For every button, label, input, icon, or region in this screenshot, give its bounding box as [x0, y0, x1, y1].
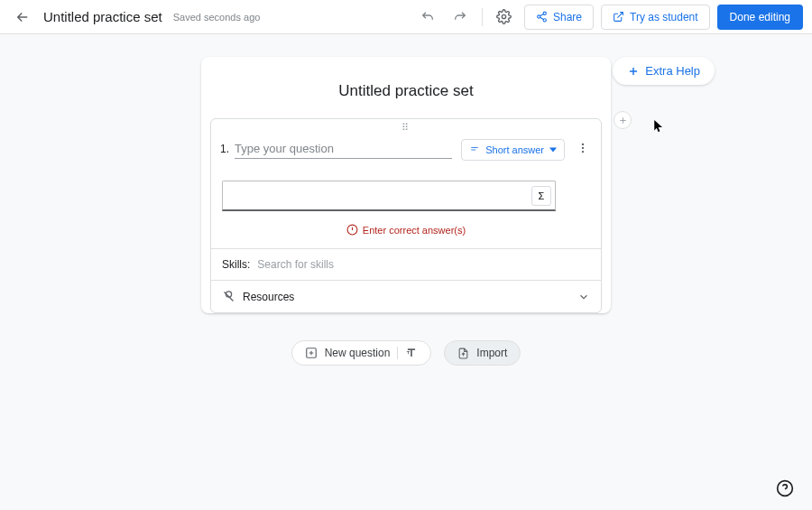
svg-point-6	[582, 151, 584, 153]
bottom-actions: New question Import	[0, 340, 812, 366]
new-question-chip[interactable]: New question	[291, 340, 432, 366]
back-button[interactable]	[9, 4, 36, 31]
external-link-icon	[613, 11, 624, 23]
svg-point-4	[582, 144, 584, 145]
more-vert-icon	[577, 142, 589, 154]
undo-button[interactable]	[415, 5, 440, 30]
error-text: Enter correct answer(s)	[363, 225, 466, 236]
save-status: Saved seconds ago	[173, 12, 261, 23]
practice-set-card: Untitled practice set ⠿ 1. Short answer	[201, 57, 611, 313]
svg-point-2	[538, 15, 540, 18]
extra-help-label: Extra Help	[645, 64, 700, 78]
resources-label: Resources	[243, 291, 570, 303]
question-row: 1. Short answer	[211, 135, 601, 172]
drag-handle[interactable]: ⠿	[211, 119, 601, 135]
equation-button[interactable]: Σ	[531, 186, 551, 206]
new-question-label: New question	[325, 347, 391, 359]
gear-icon	[496, 9, 512, 24]
header-actions: Share Try as student Done editing	[415, 5, 803, 30]
file-import-icon	[457, 348, 469, 359]
svg-point-0	[503, 14, 506, 18]
question-card: ⠿ 1. Short answer Σ	[210, 118, 602, 313]
question-input-wrap: 1.	[220, 139, 452, 159]
resources-icon	[222, 290, 235, 303]
divider	[397, 347, 398, 359]
app-header: Untitled practice set Saved seconds ago …	[0, 0, 812, 34]
share-label: Share	[553, 11, 582, 23]
svg-point-1	[543, 12, 546, 14]
try-student-label: Try as student	[630, 11, 698, 23]
help-button[interactable]	[774, 478, 796, 499]
import-label: Import	[476, 347, 507, 359]
question-menu-button[interactable]	[574, 139, 592, 157]
question-number: 1.	[220, 143, 229, 155]
question-type-select[interactable]: Short answer	[461, 139, 565, 161]
question-input[interactable]	[235, 139, 452, 159]
skills-row: Skills:	[211, 248, 601, 280]
svg-point-5	[582, 147, 584, 149]
settings-button[interactable]	[492, 5, 517, 30]
help-icon	[776, 479, 794, 497]
svg-point-3	[543, 19, 546, 22]
redo-button[interactable]	[448, 5, 473, 30]
share-icon	[536, 11, 548, 23]
extra-help-button[interactable]: Extra Help	[613, 57, 715, 85]
error-icon	[346, 224, 358, 236]
chevron-down-icon	[577, 291, 590, 303]
answer-error: Enter correct answer(s)	[211, 217, 601, 248]
arrow-left-icon	[14, 9, 31, 25]
skills-input[interactable]	[257, 258, 590, 271]
answer-wrap: Σ	[211, 172, 601, 217]
redo-icon	[453, 10, 467, 24]
resources-row[interactable]: Resources	[211, 280, 601, 312]
divider	[482, 8, 483, 26]
import-chip[interactable]: Import	[444, 340, 521, 366]
short-answer-icon	[469, 145, 480, 154]
share-button[interactable]: Share	[524, 5, 594, 30]
add-question-inline-button[interactable]	[614, 111, 632, 129]
add-box-icon	[305, 347, 318, 359]
skills-label: Skills:	[222, 258, 250, 271]
card-title[interactable]: Untitled practice set	[201, 57, 611, 118]
plus-icon	[618, 116, 628, 125]
question-type-label: Short answer	[485, 144, 544, 155]
text-format-icon	[405, 347, 418, 359]
caret-down-icon	[549, 146, 557, 153]
document-title[interactable]: Untitled practice set	[43, 9, 162, 24]
answer-input[interactable]: Σ	[222, 181, 556, 211]
try-as-student-button[interactable]: Try as student	[601, 5, 710, 30]
undo-icon	[420, 10, 435, 24]
done-editing-button[interactable]: Done editing	[717, 5, 803, 30]
plus-icon	[627, 65, 640, 78]
